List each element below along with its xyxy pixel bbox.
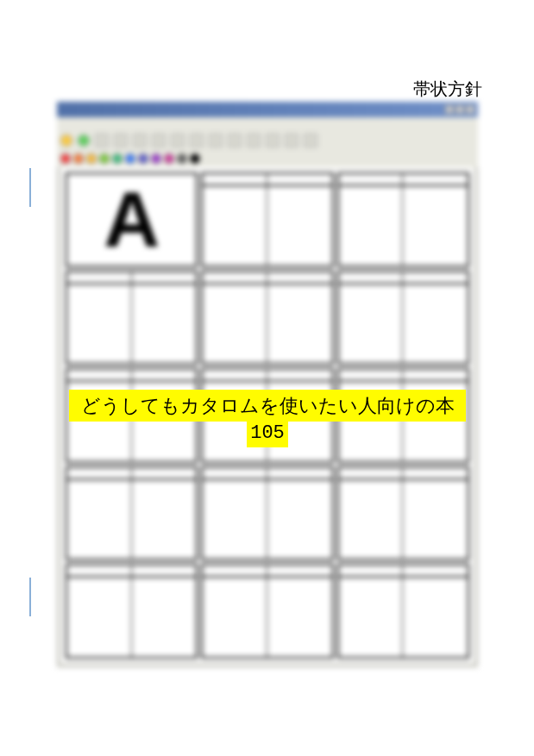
tool-button[interactable]: [152, 134, 166, 147]
overlay-page-number: 105: [247, 421, 288, 447]
tool-button[interactable]: [247, 134, 261, 147]
color-swatch[interactable]: [151, 153, 161, 164]
window-title: [60, 106, 62, 114]
tool-button[interactable]: [228, 134, 242, 147]
menu-item[interactable]: [60, 121, 66, 128]
grid-cell: [201, 564, 333, 659]
grid-cell: [337, 271, 469, 366]
overlay-title-text: どうしてもカタロムを使いたい人向けの本: [81, 395, 455, 416]
tool-button[interactable]: [78, 134, 90, 147]
color-swatch[interactable]: [190, 153, 200, 164]
grid-cell: [66, 466, 198, 561]
tool-button[interactable]: [171, 134, 185, 147]
color-swatch[interactable]: [86, 153, 97, 164]
grid-cell: [337, 564, 469, 659]
grid-cell: [66, 271, 198, 366]
tool-button[interactable]: [190, 134, 204, 147]
window-titlebar: [57, 102, 478, 117]
color-swatch[interactable]: [164, 153, 174, 164]
grid-cell: [201, 466, 333, 561]
letter-display: A: [104, 181, 160, 259]
toolbar-primary: [57, 131, 478, 150]
color-swatch[interactable]: [177, 153, 187, 164]
grid-cell: [66, 564, 198, 659]
menu-item[interactable]: [111, 121, 117, 128]
tool-button[interactable]: [95, 134, 109, 147]
minimize-button[interactable]: [445, 105, 454, 114]
close-button[interactable]: [466, 105, 474, 114]
tool-button[interactable]: [304, 134, 317, 147]
side-marker: [29, 168, 31, 207]
menu-item[interactable]: [98, 121, 104, 128]
menu-item[interactable]: [123, 121, 129, 128]
color-palette-toolbar: [57, 150, 478, 167]
tool-button[interactable]: [60, 134, 72, 147]
tool-button[interactable]: [209, 134, 223, 147]
maximize-button[interactable]: [455, 105, 464, 114]
menu-item[interactable]: [85, 121, 91, 128]
tool-button[interactable]: [266, 134, 280, 147]
page-header-label: 帯状方針: [413, 78, 482, 101]
color-swatch[interactable]: [60, 153, 71, 164]
color-swatch[interactable]: [138, 153, 148, 164]
grid-cell: [201, 172, 333, 267]
grid-cell-featured: A: [66, 172, 198, 267]
overlay-title-band: どうしてもカタロムを使いたい人向けの本: [69, 390, 466, 422]
side-marker: [29, 578, 31, 616]
overlay-pagenum-band: 105: [69, 421, 466, 447]
menu-item[interactable]: [73, 121, 79, 128]
window-controls: [445, 105, 474, 114]
grid-cell: [337, 466, 469, 561]
application-screenshot: A: [57, 102, 478, 667]
color-swatch[interactable]: [73, 153, 84, 164]
color-swatch[interactable]: [99, 153, 110, 164]
menubar: [57, 117, 478, 131]
grid-cell: [337, 172, 469, 267]
color-swatch[interactable]: [112, 153, 123, 164]
tool-button[interactable]: [133, 134, 147, 147]
grid-cell: [201, 271, 333, 366]
tool-button[interactable]: [285, 134, 298, 147]
color-swatch[interactable]: [125, 153, 135, 164]
tool-button[interactable]: [114, 134, 128, 147]
